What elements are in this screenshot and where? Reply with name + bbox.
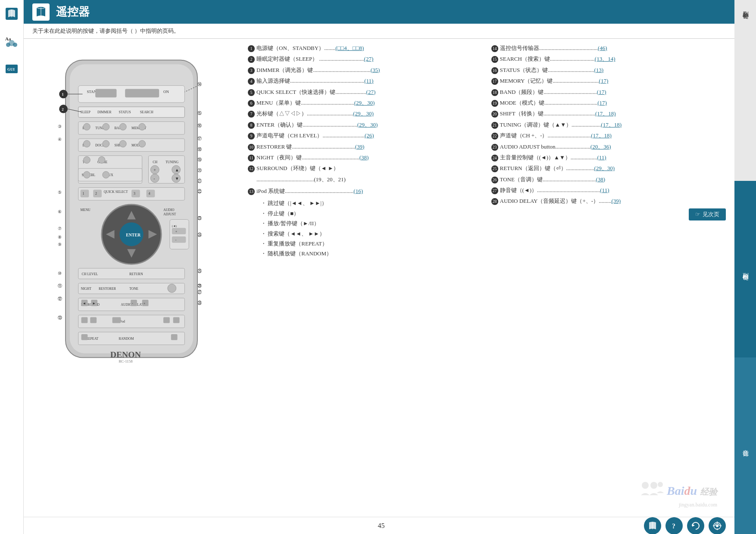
description-columns: 1 电源键（ON、STANDBY）........(□□4、□□8) 2 睡眠定… <box>248 43 726 478</box>
desc-item-10: 10 RESTORER 键...........................… <box>248 142 483 152</box>
footer-question-button[interactable]: ? <box>665 517 683 534</box>
svg-text:MENU: MENU <box>81 208 91 212</box>
svg-rect-62 <box>81 189 89 197</box>
svg-point-158 <box>716 525 719 527</box>
watermark-area: Baidu 经验 jingyan.baidu.com <box>639 480 717 508</box>
body-layout: STANDBY ON SLEEP DIMMER STATUS SEARCH BD… <box>24 39 734 517</box>
desc-item-26: 26 TONE（音调）键............................… <box>491 174 726 184</box>
description-area: 1 电源键（ON、STANDBY）........(□□4、□□8) 2 睡眠定… <box>239 39 734 517</box>
sidebar-top-label: 删补键 <box>741 6 749 9</box>
svg-text:⑧: ⑧ <box>58 235 62 239</box>
svg-point-36 <box>103 140 109 147</box>
sidebar-aa-icon[interactable]: Aa <box>1 31 22 52</box>
sidebar-mid-section: 副检键 <box>734 181 756 357</box>
desc-num-1: 1 <box>248 45 255 52</box>
svg-point-5 <box>9 40 15 46</box>
desc-item-25: 25 RETURN（返回）键（⏎）....................(29… <box>491 163 726 173</box>
footer-settings-button[interactable] <box>709 517 726 534</box>
svg-text:⑪: ⑪ <box>58 283 62 288</box>
desc-text-14: 遥控信号传输器.................................… <box>500 43 726 53</box>
svg-point-55 <box>103 171 109 178</box>
desc-text-4: 输入源选择键..................................… <box>256 76 483 86</box>
svg-text:⑱: ⑱ <box>197 147 202 152</box>
svg-text:1: 1 <box>62 92 63 96</box>
svg-text:-: - <box>175 238 177 242</box>
svg-text:2: 2 <box>62 107 64 112</box>
desc-text-22: 声道键（CH +、-）.............................… <box>500 130 726 140</box>
desc-item-1: 1 电源键（ON、STANDBY）........(□□4、□□8) <box>248 43 483 53</box>
page-number: 45 <box>378 522 385 529</box>
svg-text:TONE: TONE <box>129 287 138 291</box>
svg-rect-82 <box>172 228 186 234</box>
svg-point-43 <box>98 156 105 163</box>
footer-book-button[interactable] <box>644 517 661 534</box>
desc-num-25: 25 <box>491 165 498 172</box>
svg-text:ON: ON <box>163 90 169 94</box>
footer-icons: ? <box>644 517 726 534</box>
next-page-button[interactable]: ☞ 见次页 <box>689 208 726 220</box>
desc-text-7: 光标键（△▽◁▷）...............................… <box>256 109 483 118</box>
svg-text:CH: CH <box>153 160 157 164</box>
desc-text-5: QUICK SELECT（快速选择）键.....................… <box>256 87 483 97</box>
remote-control-area: STANDBY ON SLEEP DIMMER STATUS SEARCH BD… <box>24 39 239 517</box>
ipod-item-3: ・ 播放/暂停键（►/II） <box>261 218 483 228</box>
svg-point-154 <box>658 482 663 487</box>
remote-svg: STANDBY ON SLEEP DIMMER STATUS SEARCH BD… <box>39 43 224 366</box>
desc-num-13: 13 <box>248 188 255 195</box>
svg-rect-64 <box>93 189 102 197</box>
ipod-item-6: ・ 随机播放键（RANDOM） <box>261 248 483 258</box>
desc-num-19: 19 <box>491 100 498 107</box>
desc-num-15: 15 <box>491 56 498 63</box>
desc-num-2: 2 <box>248 56 255 63</box>
svg-point-152 <box>642 482 649 489</box>
desc-col-2: 14 遥控信号传输器..............................… <box>491 43 726 478</box>
svg-point-54 <box>83 171 90 178</box>
svg-text:GUI: GUI <box>7 67 15 71</box>
sidebar-bot-label: 音德 <box>741 445 749 447</box>
svg-rect-108 <box>90 317 97 323</box>
svg-text:⑲: ⑲ <box>197 157 202 162</box>
svg-rect-14 <box>95 89 116 98</box>
sidebar-book-icon[interactable] <box>1 3 22 24</box>
desc-item-16: 16 STATUS（状态）键..........................… <box>491 65 726 75</box>
desc-item-3: 3 DIMMER（调光器）键..........................… <box>248 65 483 75</box>
svg-text:SEARCH: SEARCH <box>140 110 153 114</box>
svg-rect-115 <box>81 334 88 340</box>
desc-item-7: 7 光标键（△▽◁▷）.............................… <box>248 109 483 118</box>
desc-num-4: 4 <box>248 78 255 85</box>
next-page-area: ☞ 见次页 <box>491 208 726 220</box>
svg-text:NIGHT: NIGHT <box>81 287 92 291</box>
desc-num-27: 27 <box>491 187 498 194</box>
svg-text:▼: ▼ <box>175 176 179 181</box>
svg-text:⑦: ⑦ <box>58 226 62 231</box>
page-title: 遥控器 <box>56 4 90 19</box>
desc-text-2: 睡眠定时器键（SLEEP） ..........................… <box>256 54 483 64</box>
desc-num-26: 26 <box>491 177 498 183</box>
svg-rect-110 <box>163 317 170 323</box>
svg-text:⑬: ⑬ <box>58 315 62 320</box>
desc-item-2: 2 睡眠定时器键（SLEEP） ........................… <box>248 54 483 64</box>
svg-point-29 <box>139 124 146 130</box>
svg-text:ENTER: ENTER <box>126 233 141 237</box>
desc-item-6: 6 MENU（菜单）键.............................… <box>248 98 483 108</box>
sidebar-gui-icon[interactable]: GUI <box>1 59 22 79</box>
svg-text:1: 1 <box>83 192 84 196</box>
svg-rect-109 <box>112 317 121 323</box>
ipod-item-1: ・ 跳过键（|◄◄、 ►►|） <box>261 198 483 208</box>
svg-text:DIMMER: DIMMER <box>97 110 112 114</box>
svg-rect-15 <box>125 89 159 98</box>
sidebar-mid-label: 副检键 <box>741 268 749 270</box>
desc-num-24: 24 <box>491 155 498 161</box>
svg-text:AUDIO: AUDIO <box>163 208 175 212</box>
svg-text:RESTORER: RESTORER <box>99 287 116 291</box>
svg-text:㉓: ㉓ <box>197 216 202 220</box>
desc-num-16: 16 <box>491 67 498 74</box>
svg-text:-: - <box>153 176 155 181</box>
desc-text-6: MENU（菜单）键...............................… <box>256 98 483 108</box>
footer-refresh-button[interactable] <box>687 517 704 534</box>
svg-text:⑫: ⑫ <box>58 296 62 301</box>
svg-point-26 <box>83 124 90 130</box>
svg-text:⑭: ⑭ <box>197 82 202 87</box>
svg-text:⑤: ⑤ <box>58 190 62 195</box>
page-subtitle: 关于未在此处说明的按键，请参阅括号（ ）中指明的页码。 <box>24 24 734 39</box>
